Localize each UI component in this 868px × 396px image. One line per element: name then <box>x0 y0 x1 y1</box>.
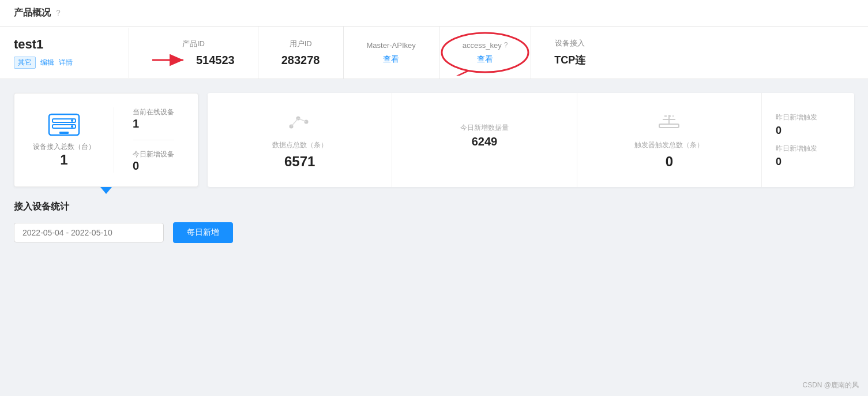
access-key-link[interactable]: 查看 <box>477 54 493 65</box>
device-total-value: 1 <box>60 152 67 168</box>
user-id-col: 用户ID 283278 <box>258 27 344 79</box>
yesterday-trigger-label2: 昨日新增触发 <box>776 144 840 154</box>
master-apikey-col: Master-APIkey 查看 <box>344 27 439 79</box>
middle-stats: 数据点总数（条） 6571 今日新增数据量 6249 触发器触发总数（条） 0 <box>208 93 854 187</box>
section-title: 接入设备统计 <box>14 201 854 213</box>
access-key-help-icon[interactable]: ? <box>504 41 508 49</box>
triggers-col: 触发器触发总数（条） 0 <box>577 93 762 187</box>
yesterday-trigger-value1: 0 <box>776 125 840 137</box>
yesterday-trigger-item2: 昨日新增触发 0 <box>776 144 840 168</box>
triggers-total-value: 0 <box>666 154 673 170</box>
svg-line-4 <box>448 71 468 76</box>
today-data-value: 6249 <box>472 135 498 148</box>
device-icon-wrap: 设备接入总数（台） 1 <box>33 112 95 168</box>
tag-badge[interactable]: 其它 <box>14 57 36 69</box>
device-server-icon <box>47 112 81 137</box>
device-entry-value: TCP连 <box>554 53 585 67</box>
page-title: 产品概况 <box>14 7 51 19</box>
user-id-label: 用户ID <box>290 39 312 49</box>
device-total-label: 设备接入总数（台） <box>33 142 95 152</box>
svg-point-9 <box>71 125 73 128</box>
svg-point-2 <box>442 33 528 72</box>
access-key-label: access_key <box>463 41 502 50</box>
stats-wrapper: 设备接入总数（台） 1 当前在线设备 1 今日新增设备 0 <box>14 93 854 187</box>
device-new-today-label: 今日新增设备 <box>133 150 174 159</box>
date-range-input[interactable] <box>14 223 164 242</box>
scatter-icon <box>285 110 314 133</box>
triggers-total-label: 触发器触发总数（条） <box>634 140 704 150</box>
help-icon[interactable]: ？ <box>54 8 62 18</box>
red-arrow-icon <box>152 54 189 66</box>
product-id-label: 产品ID <box>182 39 205 49</box>
device-online-section: 当前在线设备 1 <box>133 107 174 130</box>
product-tags: 其它 编辑 详情 <box>14 57 115 69</box>
access-key-label-wrap: access_key ? <box>463 41 508 50</box>
device-entry-label: 设备接入 <box>555 38 585 48</box>
master-apikey-link[interactable]: 查看 <box>383 54 399 65</box>
device-card: 设备接入总数（台） 1 当前在线设备 1 今日新增设备 0 <box>14 93 198 187</box>
main-content: 设备接入总数（台） 1 当前在线设备 1 今日新增设备 0 <box>0 79 868 257</box>
user-id-value: 283278 <box>281 54 320 67</box>
product-name: test1 <box>14 37 115 52</box>
svg-line-14 <box>291 118 298 126</box>
access-key-col: access_key ? 查看 <box>439 27 532 79</box>
data-points-label: 数据点总数（条） <box>272 140 328 150</box>
yesterday-trigger-value2: 0 <box>776 156 840 168</box>
device-new-today-value: 0 <box>133 159 174 173</box>
data-points-value: 6571 <box>284 154 315 170</box>
svg-rect-10 <box>59 132 69 134</box>
svg-line-15 <box>298 118 306 122</box>
red-circle-overlay <box>439 29 531 76</box>
product-id-value: 514523 <box>196 54 235 67</box>
master-apikey-label: Master-APIkey <box>367 41 416 50</box>
yesterday-trigger-item1: 昨日新增触发 0 <box>776 113 840 137</box>
page-header: 产品概况 ？ <box>0 0 868 27</box>
daily-new-button[interactable]: 每日新增 <box>173 222 233 243</box>
device-entry-col: 设备接入 TCP连 <box>531 27 608 79</box>
filter-row: 每日新增 <box>14 222 854 243</box>
yesterday-trigger-label1: 昨日新增触发 <box>776 113 840 122</box>
right-extra: 昨日新增触发 0 昨日新增触发 0 <box>762 93 854 187</box>
device-new-today-section: 今日新增设备 0 <box>133 150 174 173</box>
device-online-label: 当前在线设备 <box>133 107 174 117</box>
device-online-value: 1 <box>133 117 174 130</box>
triangle-indicator <box>100 187 112 194</box>
edit-link[interactable]: 编辑 <box>40 58 54 68</box>
product-name-section: test1 其它 编辑 详情 <box>14 28 129 78</box>
trigger-icon <box>655 110 683 133</box>
info-bar: test1 其它 编辑 详情 产品ID 5145 <box>0 27 868 79</box>
device-right-stats: 当前在线设备 1 今日新增设备 0 <box>114 107 174 173</box>
today-data-label: 今日新增数据量 <box>460 123 509 133</box>
today-data-col: 今日新增数据量 6249 <box>392 93 577 187</box>
detail-link[interactable]: 详情 <box>59 58 73 68</box>
svg-rect-16 <box>659 124 679 128</box>
svg-point-8 <box>71 119 73 122</box>
product-id-col: 产品ID 514523 <box>129 27 258 79</box>
data-points-col: 数据点总数（条） 6571 <box>208 93 392 187</box>
